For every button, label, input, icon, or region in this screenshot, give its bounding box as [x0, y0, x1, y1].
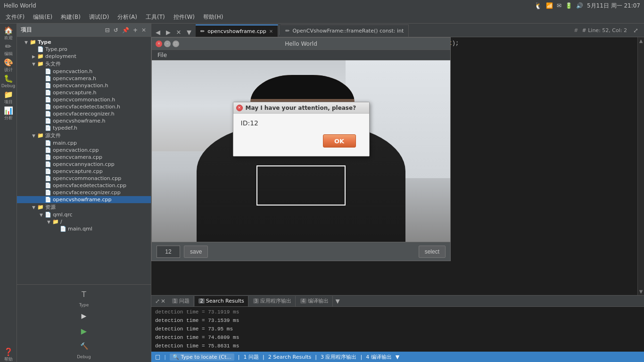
menu-debug[interactable]: 调试(D) — [85, 12, 113, 22]
menu-tools[interactable]: 工具(T) — [142, 12, 169, 22]
tab-opencvshowframe[interactable]: ✏️ opencvshowframe.cpp ✕ — [196, 25, 278, 37]
sidebar-btn-edit[interactable]: ✏️ 编辑 — [1, 41, 16, 57]
run-green-icon[interactable]: ▶ — [77, 324, 91, 337]
menu-help[interactable]: 帮助(H) — [199, 12, 227, 22]
console-tab-compile[interactable]: 4 编译输出 — [297, 296, 332, 306]
sidebar-btn-welcome[interactable]: 🏠 欢迎 — [1, 25, 16, 41]
tree-item-typedef-h[interactable]: 📄 typedef.h — [17, 124, 151, 132]
tree-item-opencvfacedetect-h[interactable]: 📄 opencvfacedetectaction.h — [17, 103, 151, 110]
sidebar-btn-analyze[interactable]: 📊 分析 — [1, 106, 16, 121]
alert-ok-button[interactable]: OK — [323, 134, 356, 148]
window-close-btn[interactable]: ✕ — [156, 41, 162, 47]
console-tab-issues[interactable]: 1 问题 — [168, 296, 194, 306]
console-expand-btn[interactable]: ⤢ — [155, 298, 160, 304]
folder-icon-sources: 📁 — [37, 132, 44, 139]
console-line-2: detection time = 73.95 ms — [155, 325, 640, 333]
scroll-up[interactable]: ▲ — [639, 38, 643, 43]
tree-item-main-qml[interactable]: 📄 main.qml — [17, 225, 151, 232]
tree-item-opencvcanny-h[interactable]: 📄 opencvcannyaction.h — [17, 82, 151, 89]
tree-item-opencvcapture-h[interactable]: 📄 opencvcapture.h — [17, 89, 151, 96]
pin-icon[interactable]: 📌 — [121, 26, 130, 34]
status-search[interactable]: 2 Search Results — [268, 354, 312, 360]
sidebar-btn-design[interactable]: 🎨 设计 — [1, 58, 16, 73]
tab-framerate[interactable]: ✏️ OpenCVshowFrame::frameRate() const: i… — [281, 25, 409, 37]
tree-item-opencvcapture-cpp[interactable]: 📄 opencvcapture.cpp — [17, 168, 151, 175]
add-icon[interactable]: + — [132, 26, 139, 34]
sidebar-btn-debug[interactable]: 🐛 Debug — [1, 74, 16, 89]
sidebar-btn-help[interactable]: ❓ 帮助 — [1, 347, 16, 362]
expand-btn[interactable]: ⤢ — [631, 25, 640, 35]
console-tab-search[interactable]: 2 Search Results — [195, 296, 248, 306]
sync-icon[interactable]: ↺ — [113, 26, 119, 34]
tree-item-opencvcanny-cpp[interactable]: 📄 opencvcannyaction.cpp — [17, 161, 151, 168]
tree-root[interactable]: ▼ 📁 Type — [17, 39, 151, 46]
status-dropdown[interactable]: ▼ — [396, 354, 399, 360]
pencil-icon-2: ✏️ — [285, 28, 289, 34]
tree-item-opencvaction-h[interactable]: 📄 opencvaction.h — [17, 68, 151, 75]
console-line-3: detection time = 74.6809 ms — [155, 333, 640, 342]
popup-save-button[interactable]: save — [184, 246, 208, 258]
sidebar-btn-project[interactable]: 📁 项目 — [1, 90, 16, 105]
main-layout: 🏠 欢迎 ✏️ 编辑 🎨 设计 🐛 Debug 📁 项目 📊 分析 ❓ 帮助 — [0, 24, 644, 362]
console-dropdown-btn[interactable]: ▼ — [334, 298, 342, 304]
header-icon-3: 📄 — [44, 82, 52, 89]
project-panel: 项目 ⊟ ↺ 📌 + ✕ ▼ 📁 Type 📄 Type.pro — [17, 24, 151, 362]
tree-item-sources[interactable]: ▼ 📁 源文件 — [17, 132, 151, 140]
tree-item-main-cpp[interactable]: 📄 main.cpp — [17, 140, 151, 147]
tree-item-type-pro[interactable]: 📄 Type.pro — [17, 46, 151, 53]
tree-item-opencvcommon-cpp[interactable]: 📄 opencvcommonaction.cpp — [17, 175, 151, 182]
popup-id-input[interactable] — [157, 246, 180, 258]
tree-item-opencvshow-h[interactable]: 📄 opencvshowframe.h — [17, 117, 151, 124]
alert-close-btn[interactable]: ✕ — [236, 105, 243, 111]
tab-close-1[interactable]: ✕ — [269, 29, 273, 34]
tree-item-opencvfacedetect-cpp[interactable]: 📄 opencvfacedetectaction.cpp — [17, 182, 151, 189]
welcome-icon: 🏠 — [4, 26, 13, 35]
window-maximize-btn[interactable]: □ — [173, 41, 179, 47]
run-icon[interactable]: ▶ — [77, 309, 91, 322]
tree-item-opencvcommon-h[interactable]: 📄 opencvcommonaction.h — [17, 96, 151, 103]
console-line-0: detection time = 73.1919 ms — [155, 308, 640, 316]
status-app-output[interactable]: 3 应用程序输出 — [321, 354, 357, 361]
tree-item-slash[interactable]: ▼ 📁 / — [17, 218, 151, 225]
window-minimize-btn[interactable]: – — [164, 41, 171, 47]
menu-analyze[interactable]: 分析(A) — [114, 12, 141, 22]
editor-scrollbar[interactable]: ▲ ▼ — [637, 37, 644, 295]
filter-icon[interactable]: ⊟ — [104, 26, 111, 34]
status-issues[interactable]: 1 问题 — [244, 354, 259, 361]
search-bar[interactable]: 🔍 Type to locate (Ct... — [170, 354, 234, 361]
alert-body: ID:12 OK — [233, 114, 369, 156]
forward-btn[interactable]: ▶ — [164, 27, 173, 37]
build-icon[interactable]: 🔨 — [77, 339, 91, 353]
tree-item-opencvshow-cpp[interactable]: 📄 opencvshowframe.cpp — [17, 196, 151, 203]
console-close-btn[interactable]: ✕ — [161, 298, 165, 304]
folder-icon-slash: 📁 — [52, 219, 59, 225]
back-btn[interactable]: ◀ — [153, 27, 163, 37]
tree-item-headers[interactable]: ▼ 📁 头文件 — [17, 60, 151, 68]
tree-item-opencvfacerec-cpp[interactable]: 📄 opencvfacerecognizer.cpp — [17, 189, 151, 196]
popup-select-button[interactable]: select — [419, 246, 446, 258]
tree-item-resources[interactable]: ▼ 📁 资源 — [17, 203, 151, 211]
tab-toolbar: ◀ ▶ ✕ ▼ — [151, 27, 196, 37]
status-sep4: | — [315, 354, 317, 360]
menu-edit[interactable]: 编辑(E) — [29, 12, 56, 22]
close-panel-icon[interactable]: ✕ — [140, 26, 147, 34]
tree-item-qml-qrc[interactable]: ▼ 📄 qml.qrc — [17, 211, 151, 218]
tree-item-opencvcamera-cpp[interactable]: 📄 opencvcamera.cpp — [17, 154, 151, 161]
menu-file[interactable]: 文件(F) — [2, 12, 28, 22]
menu-build[interactable]: 构建(B) — [57, 12, 84, 22]
popup-menu-file[interactable]: File — [154, 51, 171, 59]
scroll-down[interactable]: ▼ — [639, 289, 643, 294]
dropdown-btn[interactable]: ▼ — [184, 27, 194, 37]
tree-item-opencvaction-cpp[interactable]: 📄 opencvaction.cpp — [17, 147, 151, 154]
close-file-btn[interactable]: ✕ — [174, 27, 183, 37]
tree-item-opencvcamera-h[interactable]: 📄 opencvcamera.h — [17, 75, 151, 82]
tree-item-deployment[interactable]: ▶ 📁 deployment — [17, 53, 151, 60]
status-compile[interactable]: 4 编译输出 — [366, 354, 392, 361]
type-badge[interactable]: T — [77, 288, 91, 301]
console-tab-controls: ⤢ ✕ — [153, 298, 167, 304]
tab-label-2: OpenCVshowFrame::frameRate() const: int — [292, 28, 404, 34]
hello-world-window[interactable]: ✕ – □ Hello World File — [151, 37, 451, 261]
tree-item-opencvfacerec-h[interactable]: 📄 opencvfacerecognizer.h — [17, 110, 151, 117]
console-tab-app-output[interactable]: 3 应用程序输出 — [249, 296, 296, 306]
menu-controls[interactable]: 控件(W) — [170, 12, 198, 22]
